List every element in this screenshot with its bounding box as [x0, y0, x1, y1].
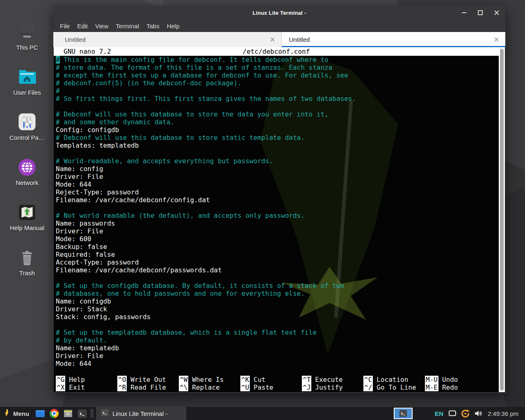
desktop-icon-network[interactable]: Network	[0, 147, 54, 186]
menu-item-file[interactable]: File	[60, 23, 70, 30]
terminal-line	[56, 274, 499, 282]
window-controls	[461, 6, 500, 20]
nano-shortcut-redo: M-ERedo	[425, 383, 486, 391]
nano-shortcut-write-out: ^OWrite Out	[117, 376, 179, 383]
chrome-icon[interactable]	[49, 408, 59, 419]
terminal-line	[56, 321, 499, 329]
shortcut-label: Where Is	[192, 376, 224, 383]
display-icon[interactable]	[448, 410, 457, 417]
terminal-icon	[101, 409, 109, 418]
terminal-line: Mode: 644	[56, 180, 499, 188]
desktop-icon-help-manual[interactable]: Help Manual	[0, 192, 54, 231]
nano-shortcuts: ^GHelp^OWrite Out^WWhere Is^KCut^TExecut…	[54, 376, 499, 391]
desktop-icon-this-pc[interactable]: This PC	[0, 11, 54, 51]
terminal-line: Name: templatedb	[56, 344, 499, 352]
shortcut-label: Help	[69, 376, 85, 383]
network-globe-icon	[17, 154, 37, 178]
terminal-line: Filename: /var/cache/debconf/passwords.d…	[56, 266, 499, 274]
shortcut-key: ^O	[117, 376, 127, 383]
shortcut-key: ^C	[363, 376, 373, 383]
terminal-icon[interactable]	[77, 408, 87, 419]
nano-shortcut-execute: ^TExecute	[302, 376, 363, 383]
archive-icon[interactable]	[63, 408, 73, 419]
menu-item-tabs[interactable]: Tabs	[146, 23, 160, 30]
tab-label: Untitled	[65, 36, 86, 43]
terminal-line: # Debconf will use this database to stor…	[56, 134, 499, 142]
shortcut-key: ^\	[179, 383, 188, 391]
nano-shortcut-undo: M-UUndo	[425, 376, 486, 383]
close-icon[interactable]	[494, 10, 500, 16]
start-menu-button[interactable]: Menu	[0, 407, 33, 420]
terminal-line: Driver: File	[56, 227, 499, 235]
desktop-icon-trash[interactable]: Trash	[0, 237, 54, 276]
shortcut-label: Write Out	[130, 376, 166, 383]
terminal-line: # Debconf will use this database to stor…	[56, 110, 499, 118]
shortcut-key: ^T	[302, 376, 311, 383]
window-titlebar[interactable]: Linux Lite Terminal -	[53, 6, 505, 20]
terminal-line: Backup: false	[56, 243, 499, 251]
taskbar: Menu Linux Lite Terminal - EN	[0, 407, 525, 420]
desktop-icon-label: This PC	[16, 44, 38, 51]
nano-shortcut-read-file: ^RRead File	[117, 383, 179, 391]
control-panel-icon	[16, 109, 38, 132]
file-manager-icon[interactable]	[35, 408, 46, 419]
nano-shortcut-justify: ^JJustify	[302, 383, 363, 391]
desktop-icon-list: This PCUser FilesControl Pa…NetworkHelp …	[0, 11, 54, 276]
terminal-content[interactable]: GNU nano 7.2 /etc/debconf.conf # This is…	[54, 47, 499, 392]
nano-shortcut-paste: ^UPaste	[240, 383, 302, 391]
volume-icon[interactable]	[474, 410, 482, 417]
tab-close-icon[interactable]	[494, 37, 499, 42]
menu-item-view[interactable]: View	[95, 23, 108, 30]
menu-item-help[interactable]: Help	[167, 23, 180, 30]
nano-shortcut-cut: ^KCut	[240, 376, 302, 383]
help-manual-icon	[17, 199, 37, 223]
terminal-line: Reject-Type: password	[56, 188, 499, 196]
nano-shortcut-location: ^CLocation	[363, 376, 425, 383]
shortcut-key: ^W	[179, 376, 188, 383]
nano-file-path: /etc/debconf.conf	[243, 48, 310, 55]
shortcut-label: Paste	[253, 383, 273, 391]
computer-icon	[16, 18, 38, 42]
terminal-lines[interactable]: # This is the main config file for debco…	[54, 56, 499, 368]
menu-item-edit[interactable]: Edit	[77, 23, 88, 30]
terminal-line	[56, 103, 499, 110]
tab-close-icon[interactable]	[270, 37, 275, 42]
terminal-line: # and some other dynamic data.	[56, 118, 499, 126]
terminal-line: Required: false	[56, 251, 499, 258]
linux-lite-logo-icon	[4, 408, 9, 419]
tab-label: Untitled	[289, 36, 310, 43]
terminal-tab-1[interactable]: Untitled	[53, 32, 282, 47]
taskbar-separator-handle[interactable]	[90, 409, 94, 418]
shortcut-key: ^/	[363, 383, 373, 391]
terminal-tab-2[interactable]: Untitled	[282, 32, 506, 47]
desktop-icon-user-files[interactable]: User Files	[0, 57, 54, 96]
nano-shortcut-help: ^GHelp	[56, 376, 117, 383]
tray-terminal-icon[interactable]	[394, 408, 413, 419]
shortcut-key: ^K	[240, 376, 250, 383]
terminal-line: # World-readable, and accepts everything…	[56, 157, 499, 165]
trash-icon	[18, 244, 37, 268]
terminal-window: Linux Lite Terminal - FileEditViewTermin…	[53, 6, 505, 393]
terminal-line: Driver: File	[56, 352, 499, 360]
desktop-icon-control-pa[interactable]: Control Pa…	[0, 102, 54, 141]
system-tray: EN 2:49:36 pm	[394, 408, 525, 419]
shortcut-key: ^X	[56, 383, 65, 391]
terminal-line: Name: passwords	[56, 219, 499, 227]
terminal-line	[56, 204, 499, 212]
updates-icon[interactable]	[461, 409, 470, 418]
shortcut-key: ^R	[117, 383, 127, 391]
menu-item-terminal[interactable]: Terminal	[116, 23, 139, 30]
minimize-icon[interactable]	[461, 10, 467, 16]
terminal-line: Mode: 644	[56, 360, 499, 368]
nano-titlebar: GNU nano 7.2 /etc/debconf.conf	[54, 47, 499, 56]
maximize-icon[interactable]	[477, 10, 483, 16]
terminal-line: Templates: templatedb	[56, 142, 499, 149]
scrollbar-thumb[interactable]	[500, 49, 504, 390]
terminal-line: # store data. The format of this file is…	[56, 64, 499, 71]
keyboard-layout-indicator[interactable]: EN	[435, 410, 443, 417]
terminal-line: Name: config	[56, 165, 499, 173]
scrollbar[interactable]	[499, 47, 505, 392]
nano-shortcut-go-to-line: ^/Go To Line	[363, 383, 425, 391]
taskbar-window-button[interactable]: Linux Lite Terminal -	[96, 407, 186, 420]
terminal-line: # So first things first. This first stan…	[56, 95, 499, 103]
